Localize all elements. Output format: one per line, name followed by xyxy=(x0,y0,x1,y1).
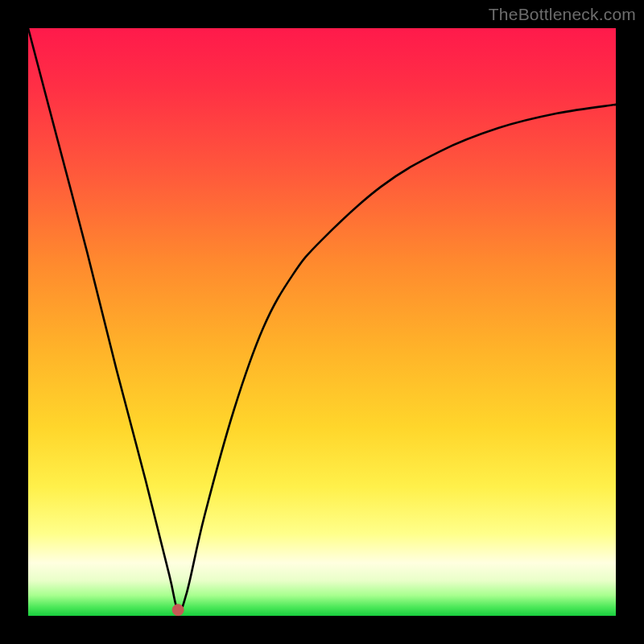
bottleneck-curve-path xyxy=(28,28,616,611)
minimum-marker xyxy=(172,605,184,616)
plot-area xyxy=(28,28,616,616)
watermark-text: TheBottleneck.com xyxy=(489,5,636,24)
chart-frame: TheBottleneck.com xyxy=(0,0,644,644)
curve-svg xyxy=(28,28,616,616)
